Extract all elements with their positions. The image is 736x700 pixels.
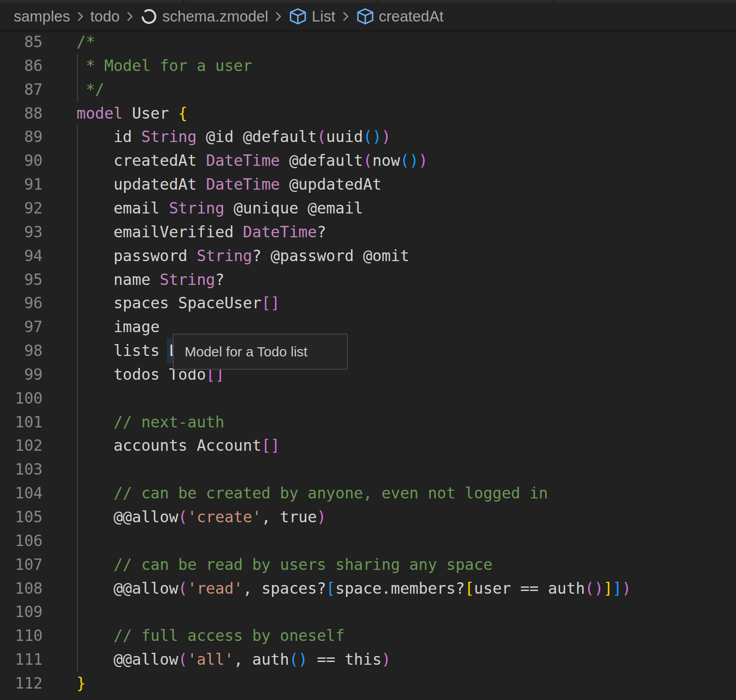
- breadcrumb-item-todo[interactable]: todo: [90, 8, 120, 25]
- line-number[interactable]: 97: [0, 315, 43, 339]
- code-line[interactable]: 90 createdAt DateTime @default(now()): [0, 149, 736, 173]
- line-number[interactable]: 99: [0, 363, 43, 387]
- line-number[interactable]: 111: [0, 648, 43, 672]
- chevron-right-icon: [125, 10, 135, 23]
- code-token: [: [465, 580, 474, 597]
- code-line[interactable]: 92 email String @unique @email: [0, 197, 736, 220]
- breadcrumb-label: createdAt: [379, 8, 444, 25]
- code-line[interactable]: 96 spaces SpaceUser[]: [0, 291, 736, 315]
- code-line[interactable]: 85/*: [0, 30, 736, 54]
- line-number[interactable]: 93: [0, 220, 43, 244]
- code-token: (: [363, 152, 372, 170]
- code-line-text: id String @id @default(uuid()): [77, 125, 391, 149]
- code-line[interactable]: 86 * Model for a user: [0, 54, 736, 78]
- code-token: ): [298, 651, 308, 668]
- code-line[interactable]: 100: [0, 387, 736, 410]
- code-line-text: @@allow('read', spaces?[space.members?[u…: [77, 577, 631, 601]
- line-number[interactable]: 103: [0, 458, 43, 481]
- code-line[interactable]: 108 @@allow('read', spaces?[space.member…: [0, 577, 736, 601]
- code-line[interactable]: 95 name String?: [0, 268, 736, 292]
- code-token: // next-auth: [77, 413, 225, 431]
- code-line[interactable]: 104 // can be created by anyone, even no…: [0, 481, 736, 505]
- line-number[interactable]: 108: [0, 577, 43, 601]
- code-line[interactable]: 89 id String @id @default(uuid()): [0, 125, 736, 149]
- line-number[interactable]: 96: [0, 291, 43, 315]
- line-number[interactable]: 88: [0, 102, 43, 126]
- hover-tooltip: Model for a Todo list: [173, 334, 348, 370]
- line-number[interactable]: 89: [0, 125, 43, 149]
- line-number[interactable]: 112: [0, 672, 43, 695]
- line-number[interactable]: 104: [0, 481, 43, 505]
- code-line[interactable]: 91 updatedAt DateTime @updatedAt: [0, 173, 736, 197]
- code-token: // can be read by users sharing any spac…: [77, 556, 493, 574]
- line-number[interactable]: 107: [0, 553, 43, 577]
- code-line[interactable]: 106: [0, 529, 736, 553]
- code-token: (: [178, 580, 187, 597]
- code-line-text: /*: [77, 30, 95, 54]
- code-token: DateTime: [206, 175, 280, 193]
- code-line-text: @@allow('create', true): [77, 505, 326, 529]
- code-line[interactable]: 88model User {: [0, 102, 736, 126]
- line-number[interactable]: 98: [0, 339, 43, 363]
- code-line[interactable]: 99 todos Todo[]: [0, 363, 736, 387]
- code-line-text: @@allow('all', auth() == this): [77, 648, 391, 672]
- code-token: @@allow: [77, 508, 178, 526]
- code-token: // full access by oneself: [77, 627, 345, 645]
- code-token: /*: [77, 33, 95, 51]
- code-token: @unique @email: [225, 199, 363, 217]
- code-line[interactable]: 94 password String? @password @omit: [0, 244, 736, 268]
- code-token: (: [363, 128, 372, 146]
- code-token: * Model for a user: [77, 57, 252, 75]
- line-number[interactable]: 85: [0, 30, 43, 54]
- code-token: ): [594, 580, 604, 597]
- line-number[interactable]: 95: [0, 268, 43, 292]
- line-number[interactable]: 86: [0, 54, 43, 78]
- code-line[interactable]: 101 // next-auth: [0, 410, 736, 434]
- breadcrumb-item-schema-zmodel[interactable]: schema.zmodel: [140, 7, 268, 26]
- line-number[interactable]: 92: [0, 197, 43, 220]
- line-number[interactable]: 91: [0, 173, 43, 197]
- line-number[interactable]: 87: [0, 78, 43, 102]
- code-line[interactable]: 87 */: [0, 78, 736, 102]
- line-number[interactable]: 106: [0, 529, 43, 553]
- breadcrumb-item-samples[interactable]: samples: [14, 8, 70, 25]
- code-line[interactable]: 98 lists List[]: [0, 339, 736, 363]
- code-token: []: [261, 437, 280, 454]
- code-token: {: [178, 104, 187, 122]
- code-token: ): [382, 128, 391, 146]
- code-editor[interactable]: Model for a Todo list 85/*86 * Model for…: [0, 30, 736, 700]
- code-line-text: name String?: [77, 268, 225, 292]
- code-token: */: [77, 81, 104, 98]
- code-line[interactable]: 102 accounts Account[]: [0, 434, 736, 458]
- line-number[interactable]: 110: [0, 624, 43, 648]
- code-token: @@allow: [77, 651, 178, 668]
- line-number[interactable]: 94: [0, 244, 43, 268]
- code-token: 'create': [187, 508, 261, 526]
- code-token: uuid: [326, 128, 363, 146]
- line-number[interactable]: 109: [0, 600, 43, 624]
- code-line-text: model User {: [77, 102, 187, 126]
- code-line[interactable]: 112}: [0, 672, 736, 695]
- code-line[interactable]: 93 emailVerified DateTime?: [0, 220, 736, 244]
- code-line[interactable]: 103: [0, 458, 736, 481]
- code-line[interactable]: 111 @@allow('all', auth() == this): [0, 648, 736, 672]
- code-token: space.members?: [335, 580, 465, 597]
- code-line[interactable]: 107 // can be read by users sharing any …: [0, 553, 736, 577]
- code-token: lists: [77, 342, 169, 360]
- code-token: // can be created by anyone, even not lo…: [77, 484, 548, 502]
- code-token: id: [77, 128, 141, 146]
- code-line[interactable]: 105 @@allow('create', true): [0, 505, 736, 529]
- breadcrumb-item-createdat[interactable]: createdAt: [356, 7, 444, 26]
- line-number[interactable]: 102: [0, 434, 43, 458]
- breadcrumb-item-list[interactable]: List: [288, 7, 335, 26]
- code-line-text: createdAt DateTime @default(now()): [77, 149, 428, 173]
- code-line[interactable]: 110 // full access by oneself: [0, 624, 736, 648]
- code-token: @@allow: [77, 580, 178, 597]
- line-number[interactable]: 105: [0, 505, 43, 529]
- breadcrumb-label: todo: [90, 8, 120, 25]
- line-number[interactable]: 100: [0, 387, 43, 410]
- line-number[interactable]: 101: [0, 410, 43, 434]
- code-line[interactable]: 109: [0, 600, 736, 624]
- code-line[interactable]: 97 image: [0, 315, 736, 339]
- line-number[interactable]: 90: [0, 149, 43, 173]
